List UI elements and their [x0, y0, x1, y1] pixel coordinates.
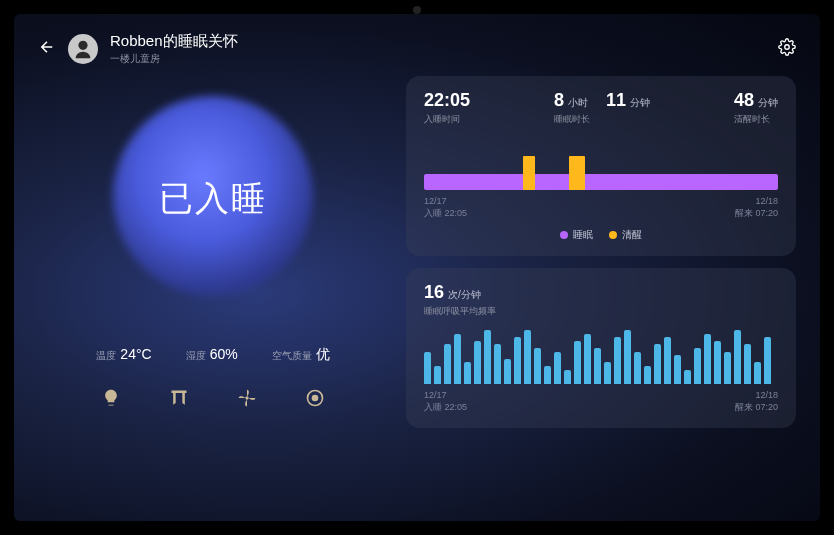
awake-mins: 48	[734, 90, 754, 111]
breath-bar	[744, 344, 751, 384]
env-temp-value: 24°C	[120, 346, 151, 362]
sleep-card[interactable]: 22:05 入睡时间 8小时 11分钟 睡眠时长 48分钟	[406, 76, 796, 256]
env-temperature: 温度 24°C	[96, 346, 151, 363]
svg-point-3	[245, 396, 248, 399]
sleep-card-header: 22:05 入睡时间 8小时 11分钟 睡眠时长 48分钟	[424, 90, 778, 126]
breath-unit: 次/分钟	[448, 288, 481, 302]
tablet-frame: Robben的睡眠关怀 一楼儿童房 已入睡 温度 24°C	[0, 0, 834, 535]
env-air-label: 空气质量	[272, 349, 312, 363]
sleep-axis-end: 12/18 醒来 07:20	[735, 196, 778, 220]
breath-bar	[674, 355, 681, 384]
left-panel: 已入睡 温度 24°C 湿度 60% 空气质量 优	[38, 76, 388, 503]
duration-mins-unit: 分钟	[630, 96, 650, 110]
legend-sleep: 睡眠	[560, 228, 593, 242]
breath-bar	[604, 362, 611, 384]
breath-axis-end-label: 醒来 07:20	[735, 401, 778, 414]
speaker-icon[interactable]	[303, 386, 327, 410]
breath-chart	[424, 330, 778, 384]
status-text: 已入睡	[159, 176, 267, 222]
breath-bar	[664, 337, 671, 384]
awake-segment-2	[569, 156, 585, 190]
axis-end-label: 醒来 07:20	[735, 207, 778, 220]
breath-label: 睡眠呼吸平均频率	[424, 305, 778, 318]
awake-mins-unit: 分钟	[758, 96, 778, 110]
duration-hours-unit: 小时	[568, 96, 588, 110]
fan-icon[interactable]	[235, 386, 259, 410]
svg-rect-2	[172, 391, 187, 394]
sleep-timeline-chart	[424, 140, 778, 190]
light-icon[interactable]	[99, 386, 123, 410]
breath-bar	[534, 348, 541, 384]
duration-mins: 11	[606, 90, 626, 111]
awake-stat: 48分钟 清醒时长	[734, 90, 778, 126]
svg-point-1	[785, 45, 790, 50]
header: Robben的睡眠关怀 一楼儿童房	[38, 32, 796, 66]
breath-bar	[644, 366, 651, 384]
breath-bar	[514, 337, 521, 384]
breath-axis-end: 12/18 醒来 07:20	[735, 390, 778, 414]
breath-axis-start-date: 12/17	[424, 390, 467, 400]
env-air: 空气质量 优	[272, 346, 330, 364]
legend-sleep-swatch	[560, 231, 568, 239]
svg-point-0	[78, 41, 87, 50]
env-humidity: 湿度 60%	[186, 346, 238, 363]
breath-axis-end-date: 12/18	[735, 390, 778, 400]
avatar[interactable]	[68, 34, 98, 64]
env-temp-label: 温度	[96, 349, 116, 363]
legend-sleep-label: 睡眠	[573, 228, 593, 242]
environment-stats: 温度 24°C 湿度 60% 空气质量 优	[96, 346, 329, 364]
breath-axis-start-label: 入睡 22:05	[424, 401, 467, 414]
breath-value: 16	[424, 282, 444, 303]
breath-bar	[554, 352, 561, 384]
breath-bar	[584, 334, 591, 384]
duration-hours: 8	[554, 90, 564, 111]
breath-bar	[424, 352, 431, 384]
content: 已入睡 温度 24°C 湿度 60% 空气质量 优	[38, 76, 796, 503]
breath-bar	[524, 330, 531, 384]
breath-bar	[694, 348, 701, 384]
breath-axis: 12/17 入睡 22:05 12/18 醒来 07:20	[424, 390, 778, 414]
awake-label: 清醒时长	[734, 113, 778, 126]
breath-bar	[734, 330, 741, 384]
breath-bar	[764, 337, 771, 384]
svg-point-5	[313, 396, 318, 401]
fall-asleep-stat: 22:05 入睡时间	[424, 90, 470, 126]
duration-stat: 8小时 11分钟 睡眠时长	[554, 90, 650, 126]
sleep-legend: 睡眠 清醒	[424, 228, 778, 242]
breath-bar	[684, 370, 691, 384]
awake-segment-1	[523, 156, 535, 190]
breath-bar	[474, 341, 481, 384]
fall-asleep-label: 入睡时间	[424, 113, 470, 126]
breath-bar	[484, 330, 491, 384]
breath-axis-start: 12/17 入睡 22:05	[424, 390, 467, 414]
axis-end-date: 12/18	[735, 196, 778, 206]
header-titles: Robben的睡眠关怀 一楼儿童房	[110, 32, 238, 66]
breath-bar	[444, 344, 451, 384]
env-air-value: 优	[316, 346, 330, 364]
sleep-axis-start: 12/17 入睡 22:05	[424, 196, 467, 220]
breath-bar	[754, 362, 761, 384]
breath-bar	[544, 366, 551, 384]
breath-bar	[564, 370, 571, 384]
right-panel: 22:05 入睡时间 8小时 11分钟 睡眠时长 48分钟	[406, 76, 796, 503]
breath-card-header: 16次/分钟 睡眠呼吸平均频率	[424, 282, 778, 318]
sleep-axis: 12/17 入睡 22:05 12/18 醒来 07:20	[424, 196, 778, 220]
screen: Robben的睡眠关怀 一楼儿童房 已入睡 温度 24°C	[14, 14, 820, 521]
axis-start-label: 入睡 22:05	[424, 207, 467, 220]
page-title: Robben的睡眠关怀	[110, 32, 238, 51]
env-humidity-value: 60%	[210, 346, 238, 362]
back-icon[interactable]	[38, 38, 56, 61]
curtain-icon[interactable]	[167, 386, 191, 410]
breath-bar	[704, 334, 711, 384]
breath-bar	[724, 352, 731, 384]
breath-bar	[434, 366, 441, 384]
settings-icon[interactable]	[778, 38, 796, 60]
duration-label: 睡眠时长	[554, 113, 650, 126]
legend-awake-swatch	[609, 231, 617, 239]
page-subtitle: 一楼儿童房	[110, 52, 238, 66]
breath-bar	[574, 341, 581, 384]
breath-card[interactable]: 16次/分钟 睡眠呼吸平均频率 12/17 入睡 22:05 12/18 醒来 …	[406, 268, 796, 428]
breath-bar	[494, 344, 501, 384]
sleep-segment	[424, 174, 778, 190]
breath-bar	[594, 348, 601, 384]
